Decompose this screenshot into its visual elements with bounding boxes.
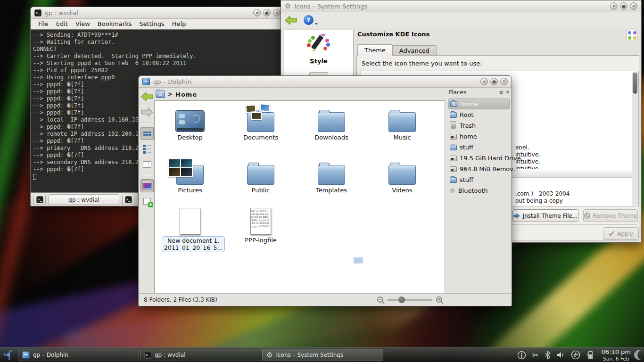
usb-device-icon[interactable]: [571, 350, 580, 360]
new-tab-button[interactable]: >_: [33, 195, 46, 205]
folder-view[interactable]: Desktop Documents Downloads Music: [154, 100, 445, 294]
gear-icon: ⚙: [266, 351, 272, 359]
file-item-new-document[interactable]: New document 1. 2011_01_20_16_5...: [162, 206, 218, 252]
split-view-button[interactable]: [140, 195, 154, 208]
terminal-icon: >_: [36, 196, 43, 203]
task-dolphin[interactable]: gp – Dolphin: [18, 349, 139, 361]
folder-item-documents[interactable]: Documents: [232, 105, 289, 141]
file-item-ppp-logfile[interactable]: Jan 17 09:4 7:18 gp-Asp ire-5738 pp pd[1…: [232, 206, 289, 244]
forward-button[interactable]: [140, 106, 154, 119]
app-launcher-button[interactable]: [0, 348, 17, 362]
preview-button[interactable]: [140, 179, 154, 192]
zoom-out-icon[interactable]: –: [377, 296, 383, 303]
dolphin-statusbar: 8 Folders, 2 Files (3.3 KiB) – +: [139, 293, 511, 305]
gear-icon: ⚙: [285, 2, 291, 10]
apply-button[interactable]: Apply: [603, 227, 639, 240]
klipper-scissors-icon[interactable]: ✂: [532, 351, 538, 360]
folder-item-desktop[interactable]: Desktop: [162, 105, 218, 141]
close-button[interactable]: ✕: [630, 2, 637, 10]
clock[interactable]: 06:10 pm Sun, 6 Feb: [598, 349, 634, 362]
volume-icon[interactable]: [557, 351, 565, 359]
folder-item-public[interactable]: Public: [232, 157, 289, 194]
info-icon[interactable]: [517, 351, 526, 360]
back-button[interactable]: [140, 90, 154, 103]
panel-toolbox-cashew[interactable]: [634, 348, 644, 362]
tab-list-button[interactable]: >_: [122, 195, 134, 205]
divider: [142, 175, 152, 175]
place-bluetooth[interactable]: ⚙ Bluetooth: [448, 185, 510, 196]
forward-arrow-icon: [141, 107, 153, 117]
install-theme-button[interactable]: Install Theme File...: [512, 209, 578, 222]
columns-view-button[interactable]: [140, 158, 154, 171]
remove-theme-button[interactable]: Remove Theme: [583, 209, 638, 222]
status-text: 8 Folders, 2 Files (3.3 KiB): [144, 296, 217, 303]
menu-file[interactable]: File: [34, 20, 52, 27]
battery-icon[interactable]: [586, 350, 594, 360]
settings-titlebar[interactable]: ⚙ Icons – System Settings ▾ ● ✕: [281, 0, 641, 12]
menu-settings[interactable]: Settings: [135, 20, 168, 27]
place-stuff[interactable]: stuff: [448, 142, 510, 153]
home-icon: ⌂: [450, 101, 457, 107]
scrollbar[interactable]: [632, 72, 638, 206]
menu-bookmarks[interactable]: Bookmarks: [94, 20, 136, 27]
back-arrow-icon[interactable]: [285, 15, 297, 25]
details-view-button[interactable]: [140, 142, 154, 156]
place-home-partition[interactable]: home: [448, 131, 510, 142]
tab-advanced[interactable]: Advanced: [393, 45, 437, 56]
terminal-icon: >_: [144, 352, 151, 359]
folder-item-templates[interactable]: Templates: [303, 157, 360, 194]
bluetooth-icon[interactable]: [545, 351, 551, 360]
dolphin-titlebar[interactable]: gp – Dolphin ▾ ● ✕: [139, 76, 512, 88]
konsole-tab[interactable]: gp : wvdial: [49, 194, 119, 205]
minimize-button[interactable]: ▾: [480, 78, 488, 85]
close-button[interactable]: ✕: [500, 78, 508, 85]
task-konsole[interactable]: >_ gp : wvdial: [140, 349, 261, 361]
place-stuff-2[interactable]: stuff: [448, 174, 510, 185]
place-root[interactable]: Root: [448, 109, 510, 120]
icons-view-button[interactable]: [140, 127, 154, 140]
place-hard-drive[interactable]: 19.5 GiB Hard Drive: [448, 153, 510, 164]
style-icon: [306, 34, 331, 55]
drive-icon: [450, 156, 457, 161]
scrollbar-thumb[interactable]: [633, 73, 637, 94]
taskbar: gp – Dolphin >_ gp : wvdial ⚙ Icons – Sy…: [0, 347, 644, 362]
folder-item-videos[interactable]: Videos: [374, 157, 430, 194]
maximize-button[interactable]: ●: [263, 9, 271, 16]
menu-edit[interactable]: Edit: [52, 20, 72, 27]
tab-theme[interactable]: Theme: [357, 44, 393, 56]
menu-view[interactable]: View: [72, 20, 94, 27]
home-icon[interactable]: ⌂: [156, 90, 165, 98]
selected-file-label: New document 1. 2011_01_20_16_5...: [162, 236, 225, 252]
zoom-controls: – +: [377, 296, 442, 303]
help-button[interactable]: ? ▾: [304, 15, 314, 25]
folder-item-downloads[interactable]: Downloads: [303, 105, 360, 141]
konsole-app-icon: >_: [34, 9, 41, 16]
maximize-button[interactable]: ●: [490, 78, 498, 85]
konsole-titlebar[interactable]: >_ gp : wvdial ▾ ● ✕: [31, 7, 284, 19]
menu-help[interactable]: Help: [168, 20, 190, 27]
place-home[interactable]: ⌂ Home: [448, 99, 510, 109]
drive-icon: [450, 166, 457, 172]
zoom-in-icon[interactable]: +: [436, 296, 442, 303]
drag-cursor-artifact: [354, 257, 363, 263]
zoom-slider[interactable]: [387, 299, 432, 301]
folder-item-music[interactable]: Music: [374, 105, 430, 141]
photo-thumbnail: [259, 103, 270, 112]
maximize-button[interactable]: ●: [620, 2, 627, 10]
sidebar-item-style[interactable]: Style: [284, 34, 353, 65]
minimize-button[interactable]: ▾: [253, 9, 261, 16]
task-system-settings[interactable]: ⚙ Icons – System Settings: [262, 349, 383, 361]
place-removable[interactable]: 964.8 MiB Remov...: [448, 164, 510, 174]
clock-time: 06:10 pm: [601, 349, 631, 356]
settings-toolbar: ? ▾: [281, 12, 641, 28]
breadcrumb-home[interactable]: Home: [175, 91, 197, 98]
place-trash[interactable]: Trash: [448, 120, 510, 131]
dolphin-app-icon: [142, 78, 150, 85]
close-panel-icon[interactable]: ✕: [506, 90, 510, 95]
zoom-slider-handle[interactable]: [398, 296, 405, 303]
cashew-icon: [634, 349, 642, 361]
float-panel-icon[interactable]: ⧉: [499, 90, 503, 95]
minimize-button[interactable]: ▾: [610, 2, 618, 10]
close-button[interactable]: ✕: [273, 9, 281, 16]
folder-item-pictures[interactable]: Pictures: [162, 157, 218, 194]
